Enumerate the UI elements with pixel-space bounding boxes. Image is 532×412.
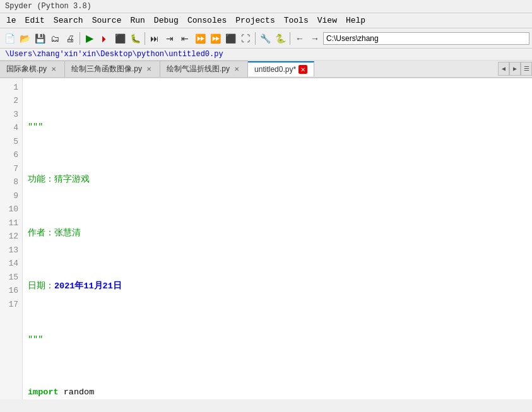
save-all-button[interactable]: 🗂 <box>48 32 62 45</box>
unindent-button[interactable]: ⇤ <box>178 32 192 45</box>
tab-chess-label: 国际象棋.py <box>6 64 47 74</box>
code-line-3: 作者：张慧清 <box>28 227 527 240</box>
python-button[interactable]: 🐍 <box>273 32 287 45</box>
new-file-button[interactable]: 📄 <box>3 32 16 45</box>
title-text: Spyder (Python 3.8) <box>5 2 92 11</box>
ln-15: 15 <box>4 271 18 285</box>
tab-temperature-close[interactable]: ✕ <box>232 65 241 74</box>
next-button[interactable]: ⏩ <box>193 32 207 45</box>
menu-debug[interactable]: Debug <box>150 15 182 26</box>
ln-9: 9 <box>4 189 18 203</box>
menu-run[interactable]: Run <box>126 15 148 26</box>
ln-16: 16 <box>4 285 18 298</box>
menu-tools[interactable]: Tools <box>280 15 312 26</box>
editor: 1 2 3 4 5 6 7 8 9 10 11 12 13 14 15 16 1… <box>0 78 532 399</box>
code-line-4: 日期：2021年11月21日 <box>28 280 527 294</box>
tab-chess-close[interactable]: ✕ <box>49 65 58 74</box>
code-line-5: """ <box>28 333 527 347</box>
line-numbers: 1 2 3 4 5 6 7 8 9 10 11 12 13 14 15 16 1… <box>0 78 23 399</box>
breadcrumb: \Users\zhang'xin'xin\Desktop\python\unti… <box>0 49 532 61</box>
tab-untitled0-label: untitled0.py* <box>254 65 296 74</box>
expand-button[interactable]: ⛶ <box>239 32 252 45</box>
code-span: """ <box>28 121 43 134</box>
stop-button[interactable]: ⬛ <box>113 32 127 45</box>
tab-chess[interactable]: 国际象棋.py ✕ <box>0 61 65 77</box>
save-button[interactable]: 💾 <box>33 32 47 45</box>
code-line-2: 功能：猜字游戏 <box>28 174 527 187</box>
settings-button[interactable]: 🔧 <box>258 32 272 45</box>
tab-triangle-close[interactable]: ✕ <box>145 65 153 74</box>
code-span-label: 日期： <box>28 280 54 293</box>
ln-13: 13 <box>4 244 18 257</box>
tab-untitled0[interactable]: untitled0.py* ✕ <box>248 61 314 76</box>
ln-7: 7 <box>4 162 18 176</box>
forward-button[interactable]: → <box>308 32 322 45</box>
code-text: random <box>59 386 95 399</box>
separator-4 <box>290 32 290 45</box>
menu-bar: le Edit Search Source Run Debug Consoles… <box>0 13 532 28</box>
ln-12: 12 <box>4 230 18 244</box>
code-span-date: 2021年11月21日 <box>54 280 122 293</box>
tab-prev-button[interactable]: ◀ <box>498 62 509 76</box>
separator-3 <box>255 32 256 45</box>
stop2-button[interactable]: ⬛ <box>223 32 237 45</box>
kw-import: import <box>28 386 59 399</box>
ln-2: 2 <box>4 95 18 109</box>
ln-3: 3 <box>4 108 18 122</box>
code-editor[interactable]: """ 功能：猜字游戏 作者：张慧清 日期：2021年11月21日 """ im… <box>23 78 532 399</box>
ln-17: 17 <box>4 298 18 312</box>
back-button[interactable]: ← <box>293 32 307 45</box>
tabs-bar: 国际象棋.py ✕ 绘制三角函数图像.py ✕ 绘制气温折线图.py ✕ unt… <box>0 61 532 78</box>
ln-4: 4 <box>4 122 18 136</box>
ln-10: 10 <box>4 203 18 217</box>
path-input[interactable] <box>323 32 529 45</box>
title-bar: Spyder (Python 3.8) <box>0 0 532 13</box>
separator-2 <box>145 32 145 45</box>
continue-button[interactable]: ⏩ <box>208 32 222 45</box>
open-file-button[interactable]: 📂 <box>18 32 32 45</box>
debug-button[interactable]: 🐛 <box>128 32 142 45</box>
tab-temperature-label: 绘制气温折线图.py <box>167 64 230 74</box>
menu-projects[interactable]: Projects <box>232 15 278 26</box>
tab-menu-button[interactable]: ☰ <box>521 62 532 76</box>
breadcrumb-text: \Users\zhang'xin'xin\Desktop\python\unti… <box>5 50 223 59</box>
print-button[interactable]: 🖨 <box>63 32 77 45</box>
tab-nav: ◀ ▶ ☰ <box>498 62 532 76</box>
menu-consoles[interactable]: Consoles <box>184 15 230 26</box>
ln-11: 11 <box>4 216 18 230</box>
tab-next-button[interactable]: ▶ <box>509 62 521 76</box>
run-button[interactable]: ▶ <box>83 32 97 45</box>
separator-1 <box>80 32 80 45</box>
menu-search[interactable]: Search <box>50 15 87 26</box>
toolbar: 📄 📂 💾 🗂 🖨 ▶ ⏵ ⬛ 🐛 ⏭ ⇥ ⇤ ⏩ ⏩ ⬛ ⛶ 🔧 🐍 ← → <box>0 28 532 49</box>
step-button[interactable]: ⏭ <box>148 32 162 45</box>
menu-help[interactable]: Help <box>342 15 369 26</box>
menu-source[interactable]: Source <box>88 15 126 26</box>
run-cell-button[interactable]: ⏵ <box>98 32 112 45</box>
menu-edit[interactable]: Edit <box>21 15 49 26</box>
code-line-6: import random <box>28 386 527 399</box>
tab-untitled0-close[interactable]: ✕ <box>299 65 307 74</box>
code-line-1: """ <box>28 121 527 134</box>
ln-5: 5 <box>4 135 18 149</box>
code-span: """ <box>28 333 43 346</box>
code-span: 作者：张慧清 <box>28 227 81 240</box>
tab-triangle[interactable]: 绘制三角函数图像.py ✕ <box>65 61 160 77</box>
ln-6: 6 <box>4 149 18 163</box>
menu-le[interactable]: le <box>3 15 20 26</box>
code-span: 功能：猜字游戏 <box>28 174 90 187</box>
menu-view[interactable]: View <box>314 15 341 26</box>
ln-14: 14 <box>4 257 18 271</box>
ln-1: 1 <box>4 81 18 95</box>
tab-triangle-label: 绘制三角函数图像.py <box>71 64 142 74</box>
tab-temperature[interactable]: 绘制气温折线图.py ✕ <box>160 61 248 77</box>
indent-button[interactable]: ⇥ <box>163 32 177 45</box>
ln-8: 8 <box>4 176 18 190</box>
